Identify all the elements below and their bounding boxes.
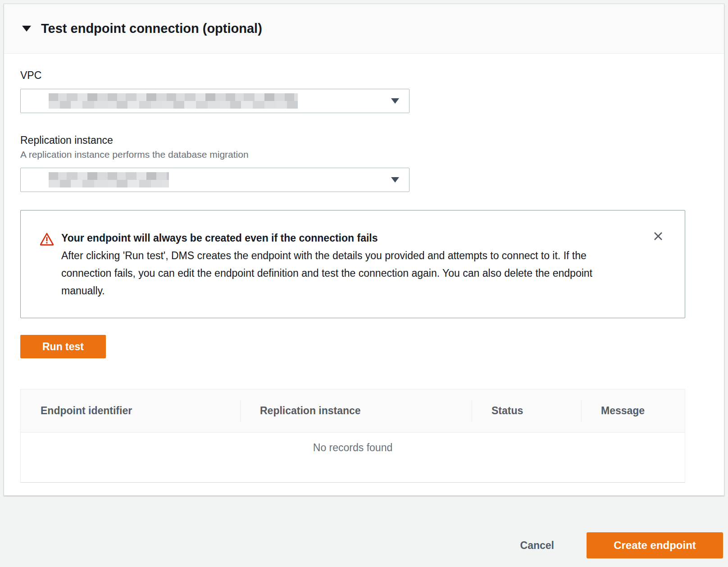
vpc-select[interactable] [20,89,410,113]
caret-down-icon [391,177,399,183]
run-test-button[interactable]: Run test [20,335,106,358]
alert-body: After clicking 'Run test', DMS creates t… [61,247,635,300]
section-collapse-icon[interactable] [22,26,31,32]
replication-instance-label: Replication instance [20,134,708,146]
replication-instance-redacted-value [49,172,169,187]
alert-title: Your endpoint will always be created eve… [61,231,635,245]
table-empty-state: No records found [21,433,685,482]
vpc-label: VPC [20,69,708,82]
form-actions-footer: Cancel Create endpoint [0,496,728,567]
column-header-endpoint-identifier: Endpoint identifier [21,405,240,417]
section-header[interactable]: Test endpoint connection (optional) [4,4,724,54]
column-header-replication-instance: Replication instance [240,405,472,417]
caret-down-icon [391,98,399,104]
alert-content: Your endpoint will always be created eve… [61,231,635,300]
no-records-text: No records found [313,442,392,482]
table-header-row: Endpoint identifier Replication instance… [21,389,685,433]
replication-instance-select[interactable] [20,168,410,192]
create-endpoint-button[interactable]: Create endpoint [587,532,723,558]
connection-results-table: Endpoint identifier Replication instance… [20,389,685,483]
warning-triangle-icon [40,231,54,300]
cancel-button[interactable]: Cancel [520,532,554,558]
section-body: VPC Replication instance A replication i… [4,54,724,483]
vpc-redacted-value [49,93,298,109]
section-title: Test endpoint connection (optional) [41,21,262,36]
test-endpoint-connection-panel: Test endpoint connection (optional) VPC … [4,4,724,496]
endpoint-warning-alert: Your endpoint will always be created eve… [20,210,685,318]
replication-instance-description: A replication instance performs the data… [20,149,708,160]
close-icon[interactable] [651,229,665,243]
column-header-message: Message [581,405,685,417]
column-header-status: Status [472,405,581,417]
